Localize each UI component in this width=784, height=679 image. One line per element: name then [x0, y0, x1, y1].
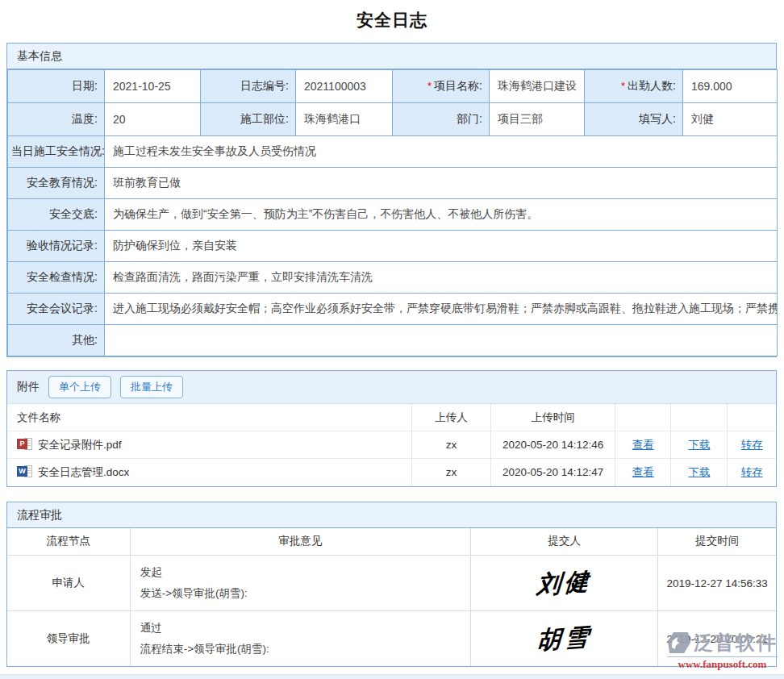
actions-header-2 [671, 404, 728, 431]
log-number-label: 日志编号: [201, 70, 296, 103]
actions-header-1 [615, 404, 671, 431]
date-label: 日期: [8, 70, 105, 103]
project-name-value: 珠海鹤港口建设 [490, 70, 585, 103]
flow-node: 申请人 [7, 556, 130, 611]
safety-education-value: 班前教育已做 [105, 168, 778, 199]
table-header-row: 流程节点 审批意见 提交人 提交时间 [7, 528, 776, 556]
file-row: P安全记录附件.pdf zx 2020-05-20 14:12:46 查看 下载… [7, 431, 776, 459]
table-row: 安全会议记录: 进入施工现场必须戴好安全帽；高空作业必须系好安全带，严禁穿硬底带… [8, 294, 778, 325]
temperature-label: 温度: [8, 103, 105, 136]
acceptance-record-value: 防护确保到位，亲自安装 [105, 231, 778, 262]
opinion-cell: 发起 发送->领导审批(胡雪): [130, 556, 470, 611]
safety-inspection-label: 安全检查情况: [8, 262, 105, 294]
brand-watermark: 泛普软件 www.fanpusoft.com [667, 630, 778, 671]
word-file-icon: W [17, 465, 32, 478]
attendance-label-text: 出勤人数: [628, 79, 676, 92]
opinion-line2: 流程结束->领导审批(胡雪): [140, 639, 461, 660]
brand-url: www.fanpusoft.com [667, 656, 778, 671]
uploader-header: 上传人 [412, 404, 491, 431]
table-header-row: 文件名称 上传人 上传时间 [7, 404, 776, 431]
table-row: 当日施工安全情况: 施工过程未发生安全事故及人员受伤情况 [8, 136, 778, 168]
acceptance-record-label: 验收情况记录: [8, 231, 105, 262]
other-value [105, 325, 778, 356]
opinion-header: 审批意见 [130, 528, 470, 556]
flow-node: 领导审批 [7, 611, 130, 667]
file-name-cell: W安全日志管理.docx [7, 459, 412, 486]
page-title: 安全日志 [0, 0, 784, 43]
file-name-cell: P安全记录附件.pdf [7, 431, 412, 459]
batch-upload-button[interactable]: 批量上传 [120, 376, 183, 398]
approval-row: 领导审批 通过 流程结束->领导审批(胡雪): 胡雪 2019-12-28 10… [7, 611, 776, 667]
file-uploader: zx [412, 431, 491, 459]
pdf-file-icon: P [17, 438, 32, 451]
required-asterisk: * [427, 80, 432, 92]
save-link[interactable]: 转存 [741, 466, 763, 478]
basic-info-section-title: 基本信息 [7, 44, 776, 69]
file-upload-time: 2020-05-20 14:12:46 [491, 431, 615, 459]
approval-table: 流程节点 审批意见 提交人 提交时间 申请人 发起 发送->领导审批(胡雪): … [7, 528, 776, 667]
project-name-label: *项目名称: [393, 70, 490, 103]
other-label: 其他: [8, 325, 105, 356]
opinion-line1: 发起 [140, 562, 461, 583]
view-link[interactable]: 查看 [632, 466, 654, 478]
table-row: 安全教育情况: 班前教育已做 [8, 168, 778, 199]
file-name: 安全日志管理.docx [38, 466, 129, 478]
attachments-section-title: 附件 [17, 380, 40, 394]
approval-row: 申请人 发起 发送->领导审批(胡雪): 刘健 2019-12-27 14:56… [7, 556, 776, 611]
daily-safety-label: 当日施工安全情况: [8, 136, 105, 168]
table-row: 温度: 20 施工部位: 珠海鹤港口 部门: 项目三部 填写人: 刘健 [8, 103, 778, 136]
date-value: 2021-10-25 [105, 70, 201, 103]
file-name: 安全记录附件.pdf [38, 439, 122, 451]
safety-meeting-value: 进入施工现场必须戴好安全帽；高空作业必须系好安全带，严禁穿硬底带钉易滑鞋；严禁赤… [105, 294, 778, 325]
download-link[interactable]: 下载 [688, 466, 710, 478]
table-row: 验收情况记录: 防护确保到位，亲自安装 [8, 231, 778, 262]
department-value: 项目三部 [490, 103, 585, 136]
safety-inspection-value: 检查路面清洗，路面污染严重，立即安排清洗车清洗 [105, 262, 778, 294]
writer-value: 刘健 [683, 103, 778, 136]
attachments-panel: 附件 单个上传 批量上传 文件名称 上传人 上传时间 P安全记录附件.pdf z… [6, 370, 777, 487]
file-row: W安全日志管理.docx zx 2020-05-20 14:12:47 查看 下… [7, 459, 776, 486]
view-link[interactable]: 查看 [632, 439, 654, 451]
save-link[interactable]: 转存 [741, 439, 763, 451]
log-number-value: 2021100003 [296, 70, 393, 103]
required-asterisk: * [621, 80, 625, 92]
bottom-bar [0, 674, 784, 679]
approval-section-title: 流程审批 [7, 502, 776, 528]
project-name-label-text: 项目名称: [434, 79, 482, 92]
opinion-line2: 发送->领导审批(胡雪): [140, 583, 461, 604]
temperature-value: 20 [105, 103, 201, 136]
brand-logo-icon [667, 631, 691, 654]
safety-disclosure-value: 为确保生产，做到“安全第一、预防为主”不伤害自己，不伤害他人、不被他人所伤害。 [105, 199, 778, 231]
flow-node-header: 流程节点 [7, 528, 130, 556]
download-link[interactable]: 下载 [688, 439, 710, 451]
table-row: 日期: 2021-10-25 日志编号: 2021100003 *项目名称: 珠… [8, 70, 778, 103]
safety-meeting-label: 安全会议记录: [8, 294, 105, 325]
actions-header-3 [728, 404, 776, 431]
department-label: 部门: [393, 103, 490, 136]
upload-time-header: 上传时间 [491, 404, 615, 431]
basic-info-panel: 基本信息 日期: 2021-10-25 日志编号: 2021100003 *项目… [6, 43, 777, 357]
approval-panel: 流程审批 流程节点 审批意见 提交人 提交时间 申请人 发起 发送->领导审批(… [6, 502, 777, 668]
file-name-header: 文件名称 [7, 404, 412, 431]
construction-part-label: 施工部位: [201, 103, 296, 136]
table-row: 安全检查情况: 检查路面清洗，路面污染严重，立即安排清洗车清洗 [8, 262, 778, 294]
basic-info-table: 日期: 2021-10-25 日志编号: 2021100003 *项目名称: 珠… [7, 69, 778, 356]
attendance-value: 169.000 [683, 70, 778, 103]
safety-education-label: 安全教育情况: [8, 168, 105, 199]
submitter-signature: 胡雪 [470, 615, 659, 661]
brand-name: 泛普软件 [694, 630, 778, 656]
file-uploader: zx [412, 459, 491, 486]
single-upload-button[interactable]: 单个上传 [48, 376, 111, 398]
daily-safety-value: 施工过程未发生安全事故及人员受伤情况 [105, 136, 778, 168]
construction-part-value: 珠海鹤港口 [296, 103, 393, 136]
attachments-table: 文件名称 上传人 上传时间 P安全记录附件.pdf zx 2020-05-20 … [7, 403, 776, 486]
opinion-cell: 通过 流程结束->领导审批(胡雪): [130, 611, 470, 667]
table-row: 安全交底: 为确保生产，做到“安全第一、预防为主”不伤害自己，不伤害他人、不被他… [8, 199, 778, 231]
submitter-signature: 刘健 [470, 560, 659, 606]
safety-disclosure-label: 安全交底: [8, 199, 105, 231]
writer-label: 填写人: [585, 103, 683, 136]
submitter-header: 提交人 [471, 528, 658, 556]
table-row: 其他: [8, 325, 778, 356]
submit-time: 2019-12-27 14:56:33 [658, 556, 776, 611]
attachments-header-bar: 附件 单个上传 批量上传 [7, 371, 776, 403]
